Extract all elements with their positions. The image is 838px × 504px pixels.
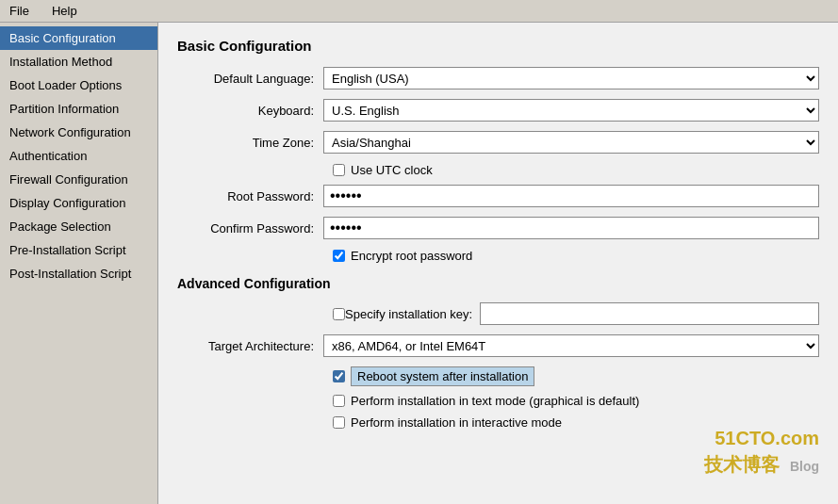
sidebar-item-firewall-configuration[interactable]: Firewall Configuration	[0, 168, 157, 191]
root-password-control	[323, 185, 819, 207]
menu-help[interactable]: Help	[46, 2, 83, 20]
specify-key-row: Specify installation key:	[333, 302, 819, 325]
encrypt-root-checkbox[interactable]	[333, 250, 345, 262]
timezone-row: Time Zone: Asia/Shanghai	[177, 131, 819, 154]
default-language-select[interactable]: English (USA)	[323, 67, 819, 89]
keyboard-select[interactable]: U.S. English	[323, 99, 819, 122]
confirm-password-row: Confirm Password:	[177, 217, 819, 239]
advanced-config-title: Advanced Configuration	[177, 276, 819, 291]
root-password-label: Root Password:	[177, 189, 323, 203]
timezone-label: Time Zone:	[177, 136, 323, 150]
utc-clock-checkbox[interactable]	[333, 164, 345, 176]
watermark-blog: Blog	[790, 459, 819, 474]
keyboard-row: Keyboard: U.S. English	[177, 99, 819, 122]
reboot-label: Reboot system after installation	[351, 366, 534, 386]
reboot-row: Reboot system after installation	[333, 366, 819, 386]
sidebar-item-basic-configuration[interactable]: Basic Configuration	[0, 26, 157, 50]
text-mode-label: Perform installation in text mode (graph…	[351, 394, 639, 408]
keyboard-label: Keyboard:	[177, 104, 323, 118]
sidebar-item-partition-information[interactable]: Partition Information	[0, 97, 157, 121]
root-password-input[interactable]	[323, 185, 819, 207]
main-container: Basic Configuration Installation Method …	[0, 23, 838, 504]
menu-file[interactable]: File	[4, 2, 35, 20]
root-password-row: Root Password:	[177, 185, 819, 207]
encrypt-root-row: Encrypt root password	[333, 249, 819, 263]
target-arch-row: Target Architecture: x86, AMD64, or Inte…	[177, 334, 819, 357]
target-arch-select[interactable]: x86, AMD64, or Intel EM64T	[323, 334, 819, 357]
sidebar-item-post-installation-script[interactable]: Post-Installation Script	[0, 262, 157, 285]
confirm-password-label: Confirm Password:	[177, 221, 323, 236]
watermark: 51CTO.com 技术博客 Blog	[704, 425, 819, 478]
target-arch-label: Target Architecture:	[177, 339, 323, 353]
installation-key-input[interactable]	[480, 302, 819, 325]
interactive-mode-checkbox[interactable]	[333, 416, 345, 429]
watermark-chinese: 技术博客	[704, 454, 780, 475]
keyboard-control: U.S. English	[323, 99, 819, 122]
sidebar-item-network-configuration[interactable]: Network Configuration	[0, 121, 157, 144]
confirm-password-control	[323, 217, 819, 239]
basic-config-title: Basic Configuration	[177, 38, 819, 54]
default-language-row: Default Language: English (USA)	[177, 67, 819, 89]
sidebar-item-display-configuration[interactable]: Display Configuration	[0, 191, 157, 215]
encrypt-root-label: Encrypt root password	[351, 249, 472, 263]
utc-clock-row: Use UTC clock	[333, 163, 819, 177]
sidebar-item-authentication[interactable]: Authentication	[0, 144, 157, 168]
text-mode-row: Perform installation in text mode (graph…	[333, 394, 819, 408]
watermark-line1: 51CTO.com	[704, 425, 819, 451]
sidebar: Basic Configuration Installation Method …	[0, 23, 158, 504]
section-divider: Advanced Configuration	[177, 276, 819, 291]
sidebar-item-package-selection[interactable]: Package Selection	[0, 215, 157, 238]
specify-key-checkbox[interactable]	[333, 308, 345, 320]
menubar: File Help	[0, 0, 838, 23]
utc-clock-label: Use UTC clock	[351, 163, 433, 177]
confirm-password-input[interactable]	[323, 217, 819, 239]
reboot-checkbox[interactable]	[333, 370, 345, 382]
target-arch-control: x86, AMD64, or Intel EM64T	[323, 334, 819, 357]
interactive-mode-label: Perform installation in interactive mode	[351, 415, 562, 430]
default-language-label: Default Language:	[177, 72, 323, 86]
timezone-select[interactable]: Asia/Shanghai	[323, 131, 819, 154]
sidebar-item-installation-method[interactable]: Installation Method	[0, 50, 157, 73]
default-language-control: English (USA)	[323, 67, 819, 89]
text-mode-checkbox[interactable]	[333, 395, 345, 407]
timezone-control: Asia/Shanghai	[323, 131, 819, 154]
sidebar-item-pre-installation-script[interactable]: Pre-Installation Script	[0, 238, 157, 262]
specify-key-label: Specify installation key:	[345, 307, 472, 321]
sidebar-item-boot-loader-options[interactable]: Boot Loader Options	[0, 73, 157, 97]
watermark-line2: 技术博客 Blog	[704, 451, 819, 478]
content-area: Basic Configuration Default Language: En…	[158, 23, 838, 504]
